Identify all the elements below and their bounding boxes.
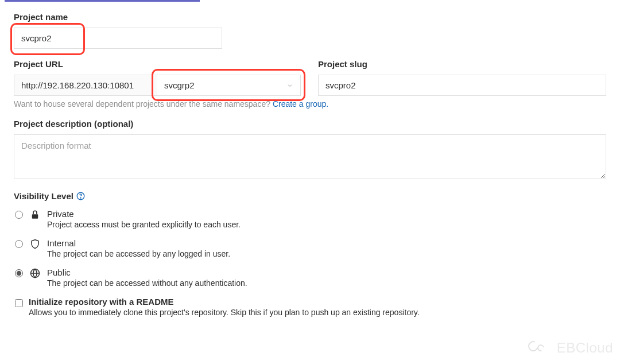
shield-icon <box>30 239 40 249</box>
visibility-radio-public[interactable] <box>15 269 23 277</box>
project-url-col: Project URL http://192.168.220.130:10801… <box>14 59 301 96</box>
new-project-form: Project name Project URL http://192.168.… <box>0 2 620 323</box>
project-namespace-select[interactable]: svcgrp2 <box>157 75 301 96</box>
chevron-down-icon <box>286 82 293 89</box>
readme-row[interactable]: Initialize repository with a README Allo… <box>14 297 606 317</box>
project-name-label: Project name <box>14 12 606 22</box>
project-url-label: Project URL <box>14 59 301 69</box>
project-description-row: Project description (optional) <box>14 119 606 181</box>
readme-checkbox[interactable] <box>15 299 23 307</box>
globe-icon <box>30 268 40 278</box>
visibility-option-public[interactable]: Public The project can be accessed witho… <box>14 268 606 288</box>
svg-point-1 <box>80 198 81 198</box>
visibility-public-text: Public The project can be accessed witho… <box>47 268 247 288</box>
project-url-row: Project URL http://192.168.220.130:10801… <box>14 59 606 96</box>
project-name-row: Project name <box>14 12 606 49</box>
visibility-public-desc: The project can be accessed without any … <box>47 278 247 288</box>
visibility-private-desc: Project access must be granted explicitl… <box>47 220 241 229</box>
visibility-private-text: Private Project access must be granted e… <box>47 209 241 229</box>
visibility-option-private[interactable]: Private Project access must be granted e… <box>14 209 606 229</box>
project-description-label: Project description (optional) <box>14 119 606 129</box>
namespace-hint-text: Want to house several dependent projects… <box>14 99 273 109</box>
visibility-radio-internal[interactable] <box>15 240 23 248</box>
readme-label: Initialize repository with a README <box>29 297 420 307</box>
wechat-icon <box>528 340 551 356</box>
visibility-internal-title: Internal <box>47 238 230 248</box>
visibility-internal-desc: The project can be accessed by any logge… <box>47 249 230 258</box>
watermark: EBCloud <box>528 340 613 356</box>
visibility-label: Visibility Level <box>14 191 606 201</box>
svg-rect-2 <box>32 214 38 219</box>
create-group-link[interactable]: Create a group. <box>273 99 328 109</box>
visibility-internal-text: Internal The project can be accessed by … <box>47 238 230 258</box>
project-description-input[interactable] <box>14 134 606 179</box>
visibility-label-text: Visibility Level <box>14 191 73 201</box>
lock-icon <box>30 210 40 220</box>
visibility-section: Visibility Level Private Project access … <box>14 191 606 317</box>
project-slug-col: Project slug <box>318 59 606 96</box>
visibility-private-title: Private <box>47 209 241 219</box>
project-url-group: http://192.168.220.130:10801 svcgrp2 <box>14 75 301 96</box>
project-url-prefix: http://192.168.220.130:10801 <box>14 75 157 96</box>
project-slug-input[interactable] <box>318 75 606 96</box>
visibility-option-internal[interactable]: Internal The project can be accessed by … <box>14 238 606 258</box>
readme-text: Initialize repository with a README Allo… <box>29 297 420 317</box>
help-icon[interactable] <box>76 192 85 200</box>
visibility-radio-private[interactable] <box>15 211 23 219</box>
watermark-text: EBCloud <box>557 340 613 356</box>
project-name-input-wrap <box>14 28 222 49</box>
namespace-hint: Want to house several dependent projects… <box>14 99 606 109</box>
project-name-input[interactable] <box>14 28 222 49</box>
visibility-public-title: Public <box>47 268 247 277</box>
project-namespace-value: svcgrp2 <box>164 80 195 90</box>
project-slug-label: Project slug <box>318 59 606 69</box>
readme-desc: Allows you to immediately clone this pro… <box>29 308 420 317</box>
